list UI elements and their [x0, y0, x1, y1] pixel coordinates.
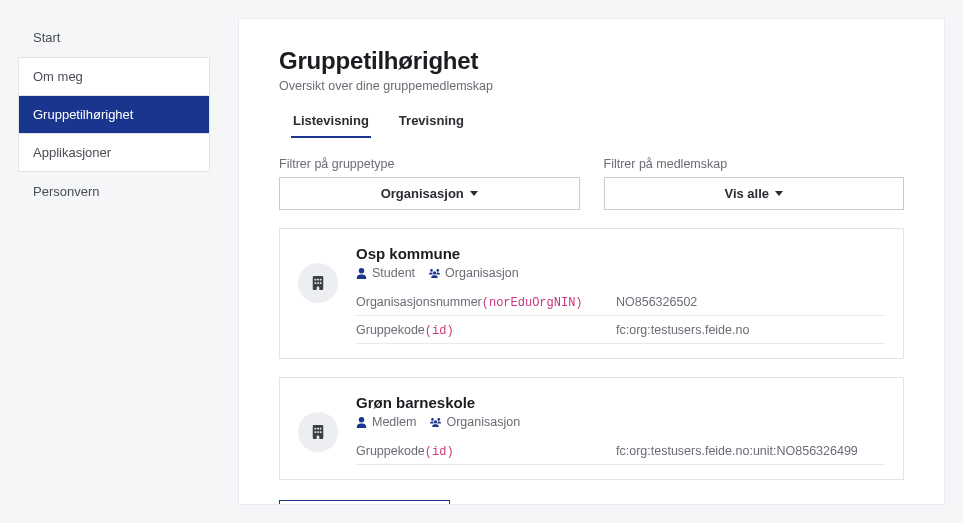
group-type: Organisasjon: [429, 266, 519, 280]
sidebar: Start Om meg Gruppetilhørighet Applikasj…: [0, 0, 210, 523]
group-role: Medlem: [356, 415, 416, 429]
filter-grouptype-dropdown[interactable]: Organisasjon: [279, 177, 580, 210]
group-type: Organisasjon: [430, 415, 520, 429]
chevron-down-icon: [470, 191, 478, 196]
filters: Filtrer på gruppetype Organisasjon Filtr…: [279, 157, 904, 210]
group-card: Osp kommune Student Organisasjon Organis…: [279, 228, 904, 359]
filter-membership: Filtrer på medlemskap Vis alle: [604, 157, 905, 210]
tab-list-view[interactable]: Listevisning: [291, 107, 371, 138]
main-content: Gruppetilhørighet Oversikt over dine gru…: [238, 18, 945, 505]
filter-membership-dropdown[interactable]: Vis alle: [604, 177, 905, 210]
group-role: Student: [356, 266, 415, 280]
group-attribute-row: Gruppekode(id) fc:org:testusers.feide.no…: [356, 437, 885, 465]
group-attribute-row: Gruppekode(id) fc:org:testusers.feide.no: [356, 316, 885, 344]
filter-grouptype: Filtrer på gruppetype Organisasjon: [279, 157, 580, 210]
users-icon: [429, 268, 440, 279]
user-icon: [356, 268, 367, 279]
filter-grouptype-label: Filtrer på gruppetype: [279, 157, 580, 171]
group-title: Grøn barneskole: [356, 394, 885, 411]
group-attribute-row: Organisasjonsnummer(norEduOrgNIN) NO8563…: [356, 288, 885, 316]
sidebar-item-applikasjoner[interactable]: Applikasjoner: [18, 134, 210, 172]
chevron-down-icon: [775, 191, 783, 196]
building-icon: [298, 263, 338, 303]
building-icon: [298, 412, 338, 452]
user-icon: [356, 417, 367, 428]
sidebar-item-personvern[interactable]: Personvern: [18, 172, 210, 211]
sidebar-item-om-meg[interactable]: Om meg: [18, 57, 210, 96]
tab-tree-view[interactable]: Trevisning: [397, 107, 466, 138]
users-icon: [430, 417, 441, 428]
sidebar-item-start[interactable]: Start: [18, 18, 210, 57]
filter-membership-value: Vis alle: [724, 186, 769, 201]
filter-membership-label: Filtrer på medlemskap: [604, 157, 905, 171]
filter-grouptype-value: Organisasjon: [381, 186, 464, 201]
view-tabs: Listevisning Trevisning: [279, 107, 904, 139]
group-card: Grøn barneskole Medlem Organisasjon Grup…: [279, 377, 904, 480]
page-title: Gruppetilhørighet: [279, 47, 904, 75]
sidebar-item-gruppetilhorighet[interactable]: Gruppetilhørighet: [18, 96, 210, 134]
page-subtitle: Oversikt over dine gruppemedlemskap: [279, 79, 904, 93]
group-title: Osp kommune: [356, 245, 885, 262]
create-adhoc-group-button[interactable]: Opprett Ad-hoc gruppe: [279, 500, 450, 505]
